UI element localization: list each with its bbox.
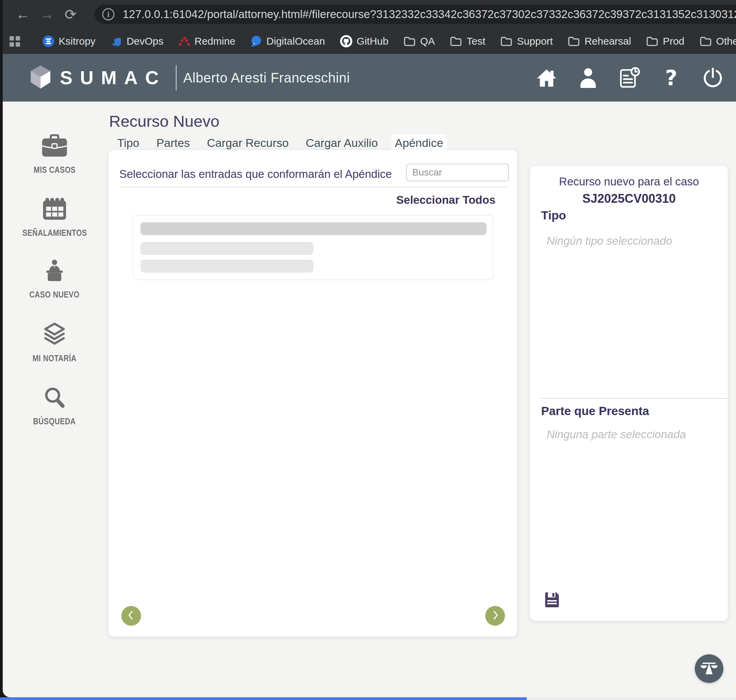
chevron-right-icon	[490, 609, 500, 622]
select-all-link[interactable]: Seleccionar Todos	[396, 194, 495, 206]
chevron-left-icon	[126, 609, 136, 622]
search-icon	[43, 385, 66, 409]
bookmark-test[interactable]: Test	[450, 35, 485, 47]
bookmark-qa[interactable]: QA	[403, 35, 435, 47]
sidebar-item-busqueda[interactable]: BÚSQUEDA	[29, 385, 79, 426]
devops-icon	[110, 35, 122, 47]
skeleton-bar	[140, 242, 313, 255]
save-button[interactable]	[544, 591, 560, 607]
folder-icon	[403, 36, 416, 47]
back-icon[interactable]: ←	[11, 2, 35, 26]
search-input[interactable]	[406, 163, 509, 181]
report-clock-icon[interactable]	[619, 67, 641, 88]
folder-icon	[568, 36, 580, 47]
folder-icon	[500, 36, 513, 47]
skeleton-bar	[140, 260, 313, 273]
bookmark-rehearsal[interactable]: Rehearsal	[568, 35, 631, 47]
justice-scales-fab[interactable]	[695, 654, 723, 683]
scales-icon	[700, 661, 718, 676]
bookmark-digitalocean[interactable]: DigitalOcean	[250, 35, 325, 47]
previous-step-button[interactable]	[121, 606, 141, 626]
sidebar-item-mi-notaria[interactable]: MI NOTARÍA	[29, 321, 81, 363]
apendice-card: Seleccionar las entradas que conformarán…	[108, 150, 517, 637]
desktop-strip	[0, 697, 527, 700]
folder-icon	[699, 36, 712, 47]
briefcase-icon	[41, 134, 68, 157]
case-number: SJ2025CV00310	[530, 191, 728, 206]
tipo-empty-state: Ningún tipo seleccionado	[546, 234, 672, 247]
app-header: SUMAC Alberto Aresti Franceschini ?	[3, 54, 736, 101]
browser-toolbar: ← → ⟳ i 127.0.0.1:61042/portal/attorney.…	[3, 0, 736, 29]
sidebar-item-mis-casos[interactable]: MIS CASOS	[30, 134, 79, 175]
bookmark-support[interactable]: Support	[500, 35, 553, 47]
skeleton-bar	[140, 222, 486, 235]
github-icon	[340, 35, 352, 47]
apps-grid-icon[interactable]	[10, 36, 20, 47]
bookmark-github[interactable]: GitHub	[340, 35, 388, 47]
home-icon[interactable]	[536, 67, 557, 88]
sidebar: MIS CASOS SEÑALAMIENTOS CASO NUEVO MI NO…	[21, 134, 88, 448]
digitalocean-icon	[250, 35, 262, 47]
ksitropy-icon	[43, 35, 54, 47]
parte-heading: Parte que Presenta	[541, 404, 649, 418]
loading-entry-placeholder	[133, 215, 494, 280]
bookmark-devops[interactable]: DevOps	[110, 35, 163, 47]
calendar-icon	[42, 197, 67, 221]
bookmark-redmine[interactable]: Redmine	[179, 35, 235, 47]
layers-icon	[42, 321, 67, 346]
help-icon[interactable]: ?	[660, 67, 682, 88]
site-info-icon[interactable]: i	[102, 8, 115, 21]
card-divider	[119, 187, 509, 187]
reload-icon[interactable]: ⟳	[59, 2, 82, 26]
summary-caption: Recurso nuevo para el caso	[530, 175, 728, 188]
browser-chrome: ← → ⟳ i 127.0.0.1:61042/portal/attorney.…	[3, 0, 736, 54]
summary-divider	[541, 398, 728, 399]
bookmark-others[interactable]: Others	[699, 35, 736, 47]
folder-icon	[646, 36, 658, 47]
page-title: Recurso Nuevo	[109, 112, 219, 131]
page-content: MIS CASOS SEÑALAMIENTOS CASO NUEVO MI NO…	[3, 101, 736, 697]
tipo-heading: Tipo	[541, 209, 566, 222]
sumac-cube-logo-icon	[30, 65, 51, 91]
browser-window: ← → ⟳ i 127.0.0.1:61042/portal/attorney.…	[3, 0, 736, 697]
url-text[interactable]: 127.0.0.1:61042/portal/attorney.html#/fi…	[123, 8, 736, 21]
next-step-button[interactable]	[485, 606, 505, 626]
bookmarks-bar: Ksitropy DevOps Redmine DigitalOcean Git…	[3, 29, 736, 54]
parte-empty-state: Ninguna parte seleccionada	[546, 428, 686, 441]
bookmark-prod[interactable]: Prod	[646, 35, 684, 47]
redmine-icon	[179, 35, 190, 47]
brand-name: SUMAC	[60, 67, 166, 88]
bookmark-ksitropy[interactable]: Ksitropy	[43, 35, 95, 47]
sidebar-item-senalamientos[interactable]: SEÑALAMIENTOS	[17, 197, 93, 238]
header-divider	[176, 65, 176, 90]
sidebar-item-caso-nuevo[interactable]: CASO NUEVO	[25, 260, 84, 300]
recourse-summary-panel: Recurso nuevo para el caso SJ2025CV00310…	[530, 166, 728, 621]
user-icon[interactable]	[577, 67, 599, 88]
folder-icon	[450, 36, 462, 47]
power-icon[interactable]	[702, 67, 724, 88]
card-heading: Seleccionar las entradas que conformarán…	[119, 168, 392, 181]
logged-in-user: Alberto Aresti Franceschini	[183, 70, 350, 85]
clerk-desk-icon	[42, 260, 67, 282]
forward-icon[interactable]: →	[35, 2, 59, 26]
save-floppy-icon	[544, 603, 560, 608]
desktop-strip-light	[527, 697, 736, 700]
url-bar[interactable]: i 127.0.0.1:61042/portal/attorney.html#/…	[95, 5, 736, 24]
